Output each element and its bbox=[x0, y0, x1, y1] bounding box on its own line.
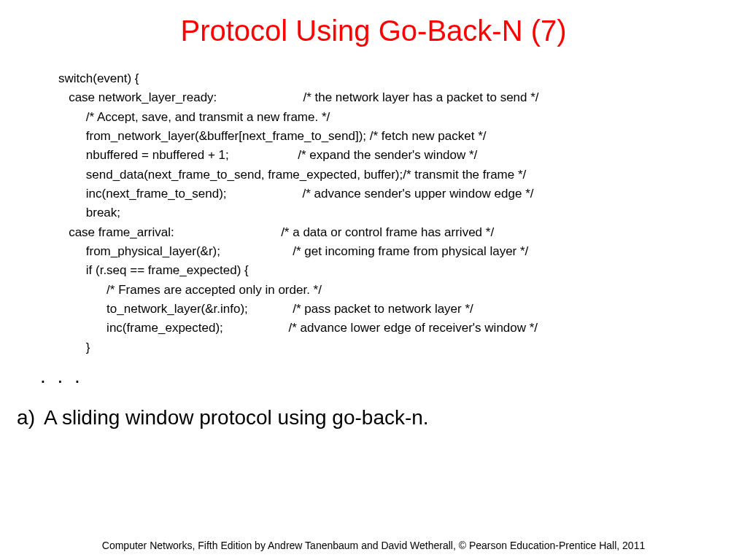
code-line: from_network_layer(&buffer[next_frame_to… bbox=[58, 127, 747, 146]
code-line: inc(frame_expected); /* advance lower ed… bbox=[58, 319, 747, 338]
footer-citation: Computer Networks, Fifth Edition by Andr… bbox=[0, 540, 747, 551]
code-line: /* Accept, save, and transmit a new fram… bbox=[58, 108, 747, 127]
code-line: case frame_arrival: /* a data or control… bbox=[58, 223, 747, 242]
code-line: to_network_layer(&r.info); /* pass packe… bbox=[58, 300, 747, 319]
code-line: nbuffered = nbuffered + 1; /* expand the… bbox=[58, 146, 747, 165]
caption-label: a) bbox=[0, 406, 44, 429]
code-line: /* Frames are accepted only in order. */ bbox=[58, 281, 747, 300]
slide-title: Protocol Using Go-Back-N (7) bbox=[0, 0, 747, 69]
code-line: if (r.seq == frame_expected) { bbox=[58, 261, 747, 280]
code-line: case network_layer_ready: /* the network… bbox=[58, 88, 747, 107]
caption: a) A sliding window protocol using go-ba… bbox=[0, 406, 747, 429]
code-line: switch(event) { bbox=[58, 69, 747, 88]
code-block: switch(event) { case network_layer_ready… bbox=[0, 69, 747, 357]
code-line: } bbox=[58, 338, 747, 357]
code-line: inc(next_frame_to_send); /* advance send… bbox=[58, 184, 747, 203]
code-line: send_data(next_frame_to_send, frame_expe… bbox=[58, 166, 747, 184]
code-line: break; bbox=[58, 203, 747, 222]
caption-text: A sliding window protocol using go-back-… bbox=[44, 406, 747, 429]
continuation-ellipsis: . . . bbox=[0, 365, 747, 388]
code-line: from_physical_layer(&r); /* get incoming… bbox=[58, 242, 747, 261]
